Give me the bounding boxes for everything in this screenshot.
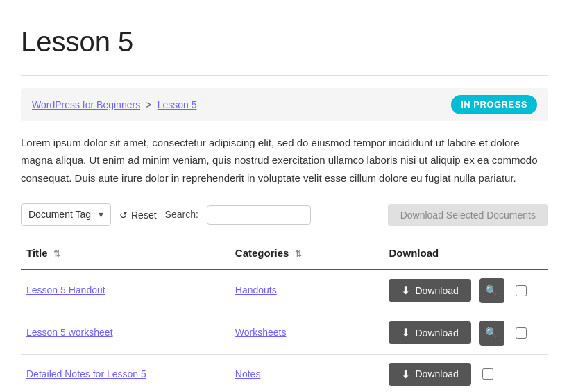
download-icon: ⬇ xyxy=(401,284,410,297)
cell-category: Handouts xyxy=(230,269,384,312)
cell-title: Lesson 5 worksheet xyxy=(21,312,230,354)
breadcrumb-bar: WordPress for Beginners > Lesson 5 IN PR… xyxy=(21,88,548,121)
page-wrapper: Lesson 5 WordPress for Beginners > Lesso… xyxy=(0,0,569,392)
description-text: Lorem ipsum dolor sit amet, consectetur … xyxy=(21,134,548,187)
col-header-categories: Categories ⇅ xyxy=(230,239,384,269)
reset-label: Reset xyxy=(131,210,157,221)
search-input[interactable] xyxy=(207,205,311,225)
row-checkbox[interactable] xyxy=(516,327,527,339)
category-link[interactable]: Worksheets xyxy=(235,327,287,338)
cell-category: Worksheets xyxy=(230,312,384,354)
breadcrumb-separator: > xyxy=(146,99,151,110)
table-row: Detailed Notes for Lesson 5Notes⬇Downloa… xyxy=(21,354,548,392)
page-title: Lesson 5 xyxy=(21,21,548,62)
download-icon: ⬇ xyxy=(401,326,410,339)
row-checkbox[interactable] xyxy=(516,285,527,296)
breadcrumb-current-link[interactable]: Lesson 5 xyxy=(158,99,197,110)
download-icon: ⬇ xyxy=(401,368,410,381)
dropdown-arrow-icon: ▾ xyxy=(99,207,103,222)
download-btn-label: Download xyxy=(415,285,458,296)
category-link[interactable]: Handouts xyxy=(235,284,277,296)
download-btn-label: Download xyxy=(415,368,458,380)
tag-label: Document Tag xyxy=(28,207,91,222)
action-cell: ⬇Download xyxy=(389,363,543,386)
download-button[interactable]: ⬇Download xyxy=(389,279,470,302)
breadcrumb: WordPress for Beginners > Lesson 5 xyxy=(32,97,197,113)
breadcrumb-parent-link[interactable]: WordPress for Beginners xyxy=(32,99,140,110)
filter-bar: Document Tag ▾ ↺ Reset Search: Download … xyxy=(21,203,548,226)
table-row: Lesson 5 HandoutHandouts⬇Download🔍 xyxy=(21,269,548,312)
category-link[interactable]: Notes xyxy=(235,368,261,380)
cell-download: ⬇Download xyxy=(383,354,548,392)
cell-download: ⬇Download🔍 xyxy=(383,269,548,312)
table-row: Lesson 5 worksheetWorksheets⬇Download🔍 xyxy=(21,312,548,354)
cell-title: Lesson 5 Handout xyxy=(21,269,230,312)
download-button[interactable]: ⬇Download xyxy=(389,321,470,344)
sort-title-icon[interactable]: ⇅ xyxy=(53,248,60,260)
download-selected-button[interactable]: Download Selected Documents xyxy=(388,204,548,226)
download-btn-label: Download xyxy=(415,327,458,339)
col-header-download: Download xyxy=(383,239,548,269)
doc-title-link[interactable]: Detailed Notes for Lesson 5 xyxy=(26,368,146,380)
reset-button[interactable]: ↺ Reset xyxy=(119,210,157,221)
col-header-title: Title ⇅ xyxy=(21,239,230,269)
table-header: Title ⇅ Categories ⇅ Download xyxy=(21,239,548,269)
title-divider xyxy=(21,75,548,76)
action-cell: ⬇Download🔍 xyxy=(389,321,543,346)
doc-title-link[interactable]: Lesson 5 worksheet xyxy=(26,327,113,338)
cell-category: Notes xyxy=(230,354,384,392)
download-button[interactable]: ⬇Download xyxy=(389,363,470,386)
cell-title: Detailed Notes for Lesson 5 xyxy=(21,354,230,392)
doc-title-link[interactable]: Lesson 5 Handout xyxy=(26,284,105,296)
sort-categories-icon[interactable]: ⇅ xyxy=(295,248,302,260)
table-body: Lesson 5 HandoutHandouts⬇Download🔍Lesson… xyxy=(21,269,548,393)
magnify-icon: 🔍 xyxy=(485,327,498,339)
magnify-icon: 🔍 xyxy=(485,284,498,297)
row-checkbox[interactable] xyxy=(482,368,493,380)
search-label: Search: xyxy=(165,207,198,222)
search-icon-button[interactable]: 🔍 xyxy=(479,278,504,303)
reset-icon: ↺ xyxy=(119,210,128,221)
documents-table: Title ⇅ Categories ⇅ Download Lesson 5 H… xyxy=(21,239,548,392)
document-tag-dropdown[interactable]: Document Tag ▾ xyxy=(21,203,111,226)
action-cell: ⬇Download🔍 xyxy=(389,278,543,303)
search-icon-button[interactable]: 🔍 xyxy=(479,321,504,346)
status-badge: IN PROGRESS xyxy=(451,95,537,114)
cell-download: ⬇Download🔍 xyxy=(383,312,548,354)
